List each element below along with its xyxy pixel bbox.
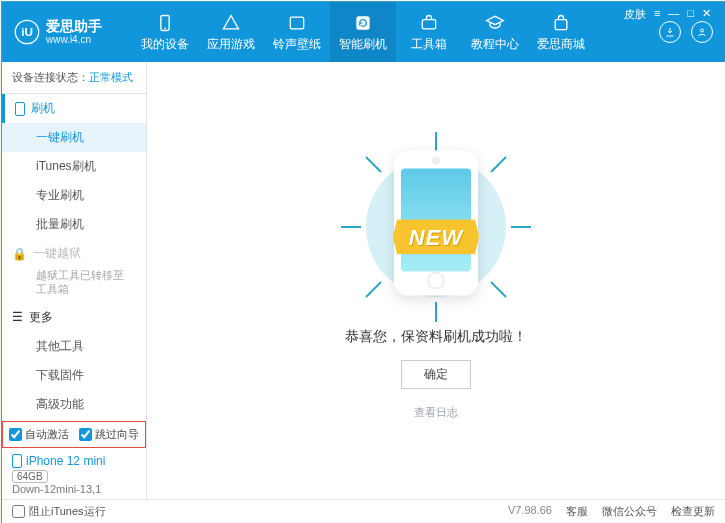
store-icon — [550, 12, 572, 34]
nav-label: 铃声壁纸 — [273, 36, 321, 53]
sidebar-item-other[interactable]: 其他工具 — [2, 332, 146, 361]
nav-my-device[interactable]: 我的设备 — [132, 2, 198, 62]
top-nav: 我的设备 应用游戏 铃声壁纸 智能刷机 工具箱 教程中心 — [132, 2, 594, 62]
tab-label: 刷机 — [31, 100, 55, 117]
refresh-icon — [352, 12, 374, 34]
status-bar: 阻止iTunes运行 V7.98.66 客服 微信公众号 检查更新 — [2, 499, 725, 523]
nav-flash[interactable]: 智能刷机 — [330, 2, 396, 62]
conn-value: 正常模式 — [89, 71, 133, 83]
new-ribbon: NEW — [393, 219, 479, 254]
nav-label: 智能刷机 — [339, 36, 387, 53]
app-window: 皮肤 ≡ — □ ✕ iU 爱思助手 www.i4.cn 我的设备 应用游戏 — [1, 1, 725, 523]
user-button[interactable] — [691, 21, 713, 43]
nav-apps[interactable]: 应用游戏 — [198, 2, 264, 62]
maximize-button[interactable]: □ — [687, 7, 694, 22]
illustration: NEW — [306, 142, 566, 312]
sidebar-item-oneclick[interactable]: 一键刷机 — [2, 123, 146, 152]
wallpaper-icon — [286, 12, 308, 34]
brand: iU 爱思助手 www.i4.cn — [14, 19, 124, 45]
nav-ringtones[interactable]: 铃声壁纸 — [264, 2, 330, 62]
svg-rect-4 — [290, 17, 303, 29]
minimize-button[interactable]: — — [668, 7, 679, 22]
svg-line-17 — [491, 157, 506, 172]
check-update-link[interactable]: 检查更新 — [671, 504, 715, 519]
brand-logo-icon: iU — [14, 19, 40, 45]
brand-url: www.i4.cn — [46, 34, 102, 45]
nav-label: 教程中心 — [471, 36, 519, 53]
sidebar-item-itunes[interactable]: iTunes刷机 — [2, 152, 146, 181]
sidebar: 设备连接状态：正常模式 刷机 一键刷机 iTunes刷机 专业刷机 批量刷机 🔒… — [2, 62, 147, 499]
menu-button[interactable]: ≡ — [654, 7, 660, 22]
options-row: 自动激活 跳过向导 — [2, 421, 146, 448]
toolbox-icon — [418, 12, 440, 34]
apps-icon — [220, 12, 242, 34]
title-bar: iU 爱思助手 www.i4.cn 我的设备 应用游戏 铃声壁纸 智能刷机 — [2, 2, 725, 62]
nav-label: 应用游戏 — [207, 36, 255, 53]
nav-label: 工具箱 — [411, 36, 447, 53]
sidebar-item-download[interactable]: 下载固件 — [2, 361, 146, 390]
support-link[interactable]: 客服 — [566, 504, 588, 519]
device-name: iPhone 12 mini — [26, 454, 105, 468]
svg-rect-5 — [356, 16, 369, 29]
body: 设备连接状态：正常模式 刷机 一键刷机 iTunes刷机 专业刷机 批量刷机 🔒… — [2, 62, 725, 499]
sidebar-item-jailbreak: 🔒一键越狱 — [2, 239, 146, 268]
nav-label: 爱思商城 — [537, 36, 585, 53]
sidebar-item-batch[interactable]: 批量刷机 — [2, 210, 146, 239]
jailbreak-note: 越狱工具已转移至 工具箱 — [2, 268, 146, 297]
nav-toolbox[interactable]: 工具箱 — [396, 2, 462, 62]
device-icon — [15, 102, 25, 116]
device-sub: Down-12mini-13,1 — [12, 483, 136, 495]
svg-text:iU: iU — [21, 25, 33, 38]
checkbox-skip-guide[interactable]: 跳过向导 — [79, 427, 139, 442]
skin-button[interactable]: 皮肤 — [624, 7, 646, 22]
close-button[interactable]: ✕ — [702, 7, 711, 22]
phone-icon — [154, 12, 176, 34]
sidebar-item-pro[interactable]: 专业刷机 — [2, 181, 146, 210]
graduation-icon — [484, 12, 506, 34]
svg-line-16 — [366, 282, 381, 297]
sidebar-tab-flash[interactable]: 刷机 — [2, 94, 146, 123]
titlebar-right — [659, 21, 713, 43]
nav-store[interactable]: 爱思商城 — [528, 2, 594, 62]
version-label: V7.98.66 — [508, 504, 552, 519]
nav-label: 我的设备 — [141, 36, 189, 53]
svg-line-14 — [366, 157, 381, 172]
sidebar-group-more[interactable]: ☰更多 — [2, 303, 146, 332]
success-message: 恭喜您，保资料刷机成功啦！ — [345, 328, 527, 346]
svg-rect-7 — [555, 19, 567, 29]
device-storage: 64GB — [12, 470, 48, 483]
connection-status: 设备连接状态：正常模式 — [2, 62, 146, 94]
view-log-link[interactable]: 查看日志 — [414, 405, 458, 420]
ok-button[interactable]: 确定 — [401, 360, 471, 389]
svg-line-15 — [491, 282, 506, 297]
content: NEW 恭喜您，保资料刷机成功啦！ 确定 查看日志 — [147, 62, 725, 499]
download-button[interactable] — [659, 21, 681, 43]
brand-title: 爱思助手 — [46, 19, 102, 34]
conn-label: 设备连接状态： — [12, 71, 89, 83]
device-box[interactable]: iPhone 12 mini 64GB Down-12mini-13,1 — [2, 448, 146, 499]
checkbox-block-itunes[interactable]: 阻止iTunes运行 — [12, 504, 106, 519]
svg-rect-6 — [422, 19, 435, 28]
sidebar-item-advanced[interactable]: 高级功能 — [2, 390, 146, 419]
checkbox-auto-activate[interactable]: 自动激活 — [9, 427, 69, 442]
svg-point-8 — [701, 29, 704, 32]
lock-icon: 🔒 — [12, 247, 27, 261]
device-icon — [12, 454, 22, 468]
wechat-link[interactable]: 微信公众号 — [602, 504, 657, 519]
menu-icon: ☰ — [12, 310, 23, 324]
nav-tutorials[interactable]: 教程中心 — [462, 2, 528, 62]
svg-point-3 — [164, 27, 166, 29]
